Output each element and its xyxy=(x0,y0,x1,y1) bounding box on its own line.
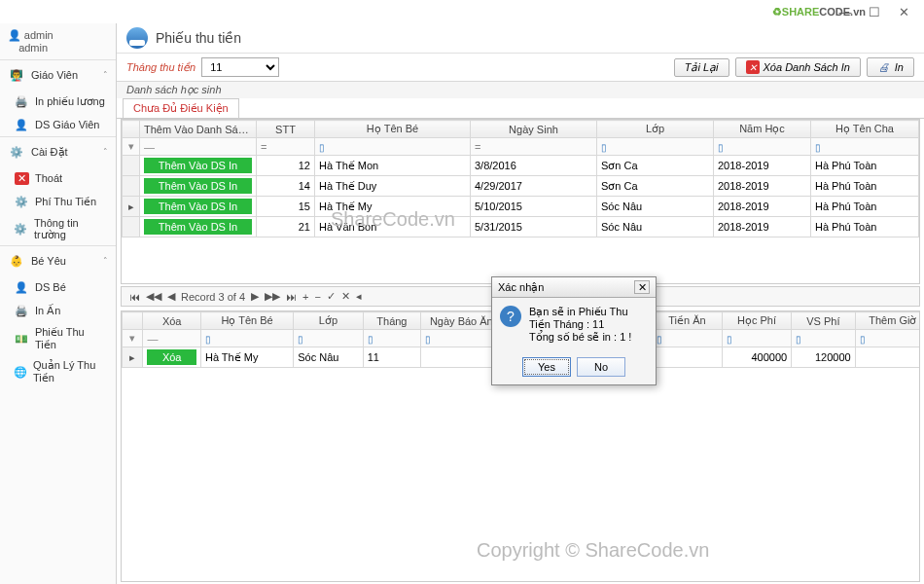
grid1-header-row: Thêm Vào Danh Sách In STT Họ Tên Bé Ngày… xyxy=(123,121,919,138)
chevron-up-icon: ˄ xyxy=(103,70,108,80)
col-add[interactable]: Thêm Vào Danh Sách In xyxy=(140,121,257,138)
col-lop[interactable]: Lớp xyxy=(597,121,714,138)
nav-item-quan-ly-thu-tien[interactable]: 🌐Quản Lý Thu Tiền xyxy=(0,355,116,388)
col-nh[interactable]: Năm Học xyxy=(714,121,811,138)
yes-button[interactable]: Yes xyxy=(522,357,571,377)
no-button[interactable]: No xyxy=(577,357,625,377)
titlebar: ♻SHARECODE.vn — ☐ ✕ xyxy=(0,0,924,23)
page-title: Phiếu thu tiền xyxy=(156,30,241,46)
tab-chua-du-dieu-kien[interactable]: Chưa Đủ Điều Kiện xyxy=(123,98,239,118)
user-role: admin xyxy=(18,42,48,54)
print-button[interactable]: 🖨In xyxy=(867,57,914,77)
gear-icon: ⚙️ xyxy=(8,143,25,161)
grid1-row[interactable]: Thêm Vào DS In21Hà Văn Bon5/31/2015Sóc N… xyxy=(123,217,919,237)
col-stt[interactable]: STT xyxy=(257,121,315,138)
dialog-message: Bạn sẽ in Phiếu Thu Tiền Tháng : 11 Tổng… xyxy=(529,306,648,344)
first-icon[interactable]: ⏮ xyxy=(129,291,140,303)
gear-icon: ⚙️ xyxy=(14,194,29,209)
col-ns[interactable]: Ngày Sinh xyxy=(471,121,597,138)
next-page-icon[interactable]: ▶▶ xyxy=(265,290,280,303)
nav-item-ds-be[interactable]: 👤DS Bé xyxy=(0,275,116,299)
toolbar: Tháng thu tiền 11 Tải Lại ✕Xóa Danh Sách… xyxy=(117,54,924,82)
printer-icon: 🖨️ xyxy=(14,303,29,318)
globe-icon: 🌐 xyxy=(14,364,27,380)
recycle-icon: ♻ xyxy=(772,6,782,18)
grid1-row[interactable]: ▸Thêm Vào DS In15Hà Thế My5/10/2015Sóc N… xyxy=(123,197,919,217)
exit-icon: ✕ xyxy=(14,170,29,186)
x-icon: ✕ xyxy=(746,60,760,74)
last-icon[interactable]: ⏭ xyxy=(286,291,297,303)
page-header: Phiếu thu tiền xyxy=(117,23,924,54)
grid1-filter-row[interactable]: ▾—=▯=▯▯▯ xyxy=(123,138,919,156)
teacher-icon: 👨‍🏫 xyxy=(8,66,25,84)
user-icon: 👤 xyxy=(8,29,21,41)
nav-section-be-yeu[interactable]: 👶 Bé Yêu ˄ xyxy=(0,246,116,275)
grid1-row[interactable]: Thêm Vào DS In14Hà Thế Duy4/29/2017Sơn C… xyxy=(123,176,919,197)
prev-page-icon[interactable]: ◀◀ xyxy=(146,290,161,303)
pager-text: Record 3 of 4 xyxy=(181,291,245,303)
gear-icon: ⚙️ xyxy=(14,222,28,237)
nav-section-cai-dat[interactable]: ⚙️ Cài Đặt ˄ xyxy=(0,137,116,166)
confirm-dialog: Xác nhận ✕ ? Bạn sẽ in Phiếu Thu Tiền Th… xyxy=(491,276,657,385)
nav-item-thong-tin-truong[interactable]: ⚙️Thông tin trường xyxy=(0,213,116,245)
month-label: Tháng thu tiền xyxy=(126,61,195,74)
nav-item-in-phieu-luong[interactable]: 🖨️In phiếu lương xyxy=(0,90,116,113)
clear-print-button[interactable]: ✕Xóa Danh Sách In xyxy=(735,57,861,77)
nav-item-phi-thu-tien[interactable]: ⚙️Phí Thu Tiền xyxy=(0,190,116,213)
brand-logo: ♻SHARECODE.vn xyxy=(772,2,866,18)
user-box: 👤 admin admin xyxy=(0,23,116,59)
add-to-print-button[interactable]: Thêm Vào DS In xyxy=(144,199,252,214)
money-icon: 💵 xyxy=(14,331,29,347)
question-icon: ? xyxy=(500,306,521,327)
add-to-print-button[interactable]: Thêm Vào DS In xyxy=(144,219,252,235)
user-icon: 👤 xyxy=(14,117,29,132)
printer-icon: 🖨 xyxy=(877,60,891,74)
dialog-title: Xác nhận xyxy=(498,281,544,294)
prev-icon[interactable]: ◀ xyxy=(167,290,175,303)
add-to-print-button[interactable]: Thêm Vào DS In xyxy=(144,178,252,194)
nav-item-phieu-thu-tien[interactable]: 💵Phiếu Thu Tiền xyxy=(0,322,116,355)
reload-button[interactable]: Tải Lại xyxy=(674,58,729,77)
page-icon xyxy=(126,27,148,49)
grid1-section-label: Danh sách học sinh xyxy=(117,82,924,98)
user-icon: 👤 xyxy=(14,279,29,295)
delete-button[interactable]: Xóa xyxy=(147,349,196,365)
col-cha[interactable]: Họ Tên Cha xyxy=(811,121,919,138)
baby-icon: 👶 xyxy=(8,252,25,270)
month-select[interactable]: 11 xyxy=(201,57,279,77)
dialog-close-button[interactable]: ✕ xyxy=(634,280,650,294)
grid1: Thêm Vào Danh Sách In STT Họ Tên Bé Ngày… xyxy=(121,119,920,284)
grid1-row[interactable]: Thêm Vào DS In12Hà Thế Mon3/8/2016Sơn Ca… xyxy=(123,156,919,176)
tabstrip: Chưa Đủ Điều Kiện xyxy=(117,98,924,119)
close-button[interactable]: ✕ xyxy=(889,2,918,21)
nav-item-in-an[interactable]: 🖨️In Ấn xyxy=(0,299,116,322)
main-panel: Phiếu thu tiền Tháng thu tiền 11 Tải Lại… xyxy=(117,23,924,584)
user-name: admin xyxy=(24,29,53,41)
nav-section-giao-vien[interactable]: 👨‍🏫 Giáo Viên ˄ xyxy=(0,60,116,90)
nav-item-ds-giao-vien[interactable]: 👤DS Giáo Viên xyxy=(0,113,116,136)
chevron-up-icon: ˄ xyxy=(103,256,108,266)
add-to-print-button[interactable]: Thêm Vào DS In xyxy=(144,158,252,173)
printer-icon: 🖨️ xyxy=(14,93,29,109)
sidebar: 👤 admin admin 👨‍🏫 Giáo Viên ˄ 🖨️In phiếu… xyxy=(0,23,117,584)
col-ten[interactable]: Họ Tên Bé xyxy=(315,121,471,138)
next-icon[interactable]: ▶ xyxy=(251,290,259,303)
nav-item-thoat[interactable]: ✕Thoát xyxy=(0,166,116,190)
chevron-up-icon: ˄ xyxy=(103,147,108,157)
dialog-titlebar[interactable]: Xác nhận ✕ xyxy=(492,277,656,298)
